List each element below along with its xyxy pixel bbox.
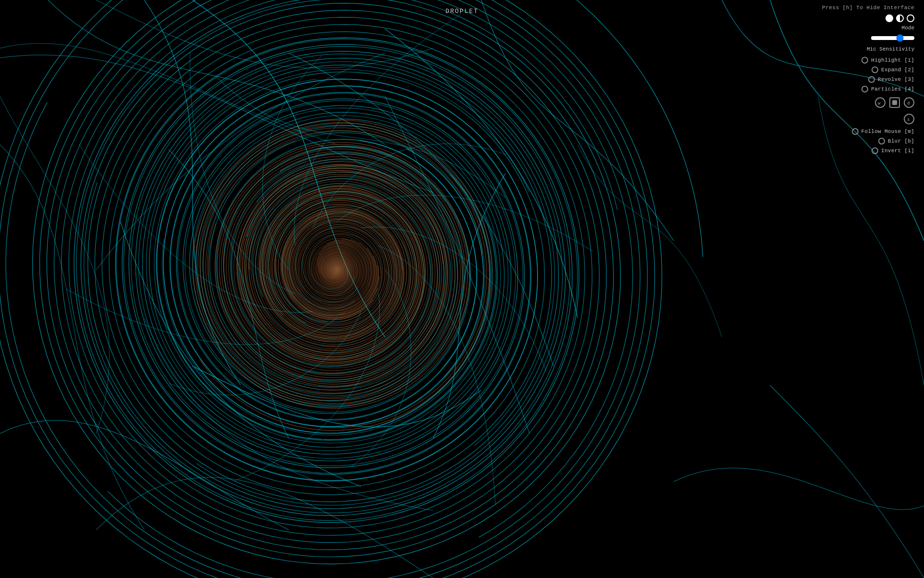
radio-highlight[interactable] xyxy=(861,57,868,64)
option-revolve[interactable]: Revolve [3] xyxy=(868,76,914,83)
hide-hint: Press [h] To Hide Interface xyxy=(822,5,914,11)
radio-blur[interactable] xyxy=(878,138,885,144)
svg-text:s: s xyxy=(907,117,910,122)
radio-revolve[interactable] xyxy=(868,76,875,83)
option-particles[interactable]: Particles [4] xyxy=(861,86,914,92)
option-expand[interactable]: Expand [2] xyxy=(872,66,914,73)
option-blur[interactable]: Blur [b] xyxy=(878,138,914,144)
radio-particles[interactable] xyxy=(861,86,868,92)
mode-dot-2[interactable] xyxy=(896,14,904,22)
option-invert-label: Invert [i] xyxy=(881,148,914,154)
icon-row-2: s xyxy=(904,114,914,124)
mode-dots-row xyxy=(886,14,914,22)
svg-text:w: w xyxy=(878,101,881,105)
icon-camera-btn[interactable] xyxy=(889,97,900,108)
icon-d-btn[interactable]: d xyxy=(904,97,914,108)
option-blur-label: Blur [b] xyxy=(888,138,914,144)
radio-follow-mouse[interactable] xyxy=(852,128,859,135)
svg-text:d: d xyxy=(907,101,910,105)
option-invert[interactable]: Invert [i] xyxy=(872,147,914,154)
option-highlight-label: Highlight [1] xyxy=(871,57,914,63)
option-revolve-label: Revolve [3] xyxy=(878,77,914,82)
mic-slider-container xyxy=(871,34,914,42)
icon-w-btn[interactable]: w xyxy=(875,97,886,108)
mode-dot-1[interactable] xyxy=(886,14,893,22)
option-follow-mouse[interactable]: Follow Mouse [m] xyxy=(852,128,914,135)
mic-sensitivity-label: Mic Sensitivity xyxy=(867,46,914,52)
option-particles-label: Particles [4] xyxy=(871,86,914,92)
icon-row-1: w d xyxy=(875,97,914,108)
mode-label: Mode xyxy=(902,25,914,31)
option-follow-mouse-label: Follow Mouse [m] xyxy=(861,129,914,134)
option-highlight[interactable]: Highlight [1] xyxy=(861,57,914,64)
icon-s-btn[interactable]: s xyxy=(904,114,914,124)
option-expand-label: Expand [2] xyxy=(881,67,914,73)
radio-invert[interactable] xyxy=(872,147,878,154)
control-panel: Press [h] To Hide Interface Mode Mic Sen… xyxy=(822,5,914,155)
radio-expand[interactable] xyxy=(872,66,878,73)
mic-sensitivity-slider[interactable] xyxy=(871,36,914,40)
mode-dot-3[interactable] xyxy=(907,14,914,22)
